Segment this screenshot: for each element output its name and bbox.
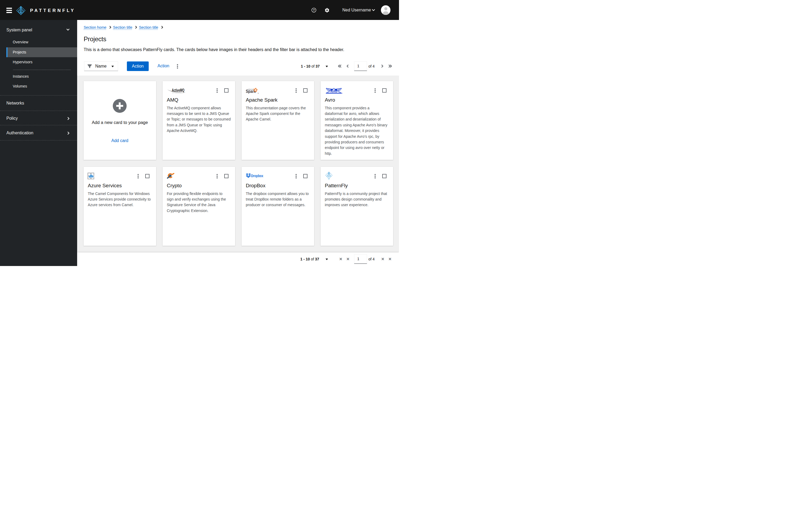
svg-text:TM: TM — [342, 93, 343, 94]
svg-text:TM: TM — [258, 93, 259, 94]
svg-text:?: ? — [313, 8, 315, 12]
svg-text:ActiveMQ: ActiveMQ — [172, 92, 185, 94]
svg-text:Dropbox: Dropbox — [251, 174, 263, 178]
svg-text:AVRo: AVRo — [330, 90, 337, 93]
